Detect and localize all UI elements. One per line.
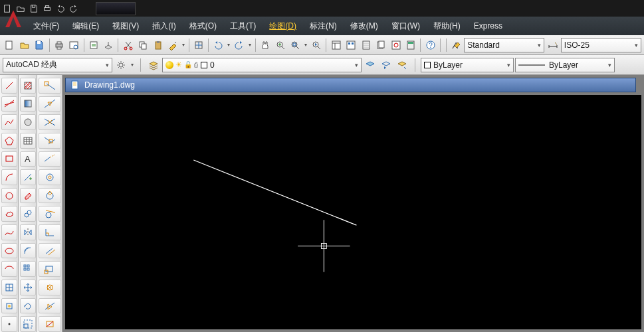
- copy-button[interactable]: [136, 38, 150, 52]
- menu-insert[interactable]: 插入(I): [146, 17, 182, 35]
- make-block-button[interactable]: [1, 298, 17, 314]
- rectangle-button[interactable]: [1, 151, 17, 167]
- app-logo[interactable]: [0, 5, 27, 34]
- layer-combo[interactable]: ☀ 🔓 ⎙ 0 ▾: [162, 58, 362, 72]
- drawing-canvas[interactable]: [65, 95, 641, 329]
- textstyle-button[interactable]: A: [449, 38, 463, 52]
- region-button[interactable]: [20, 114, 36, 130]
- array-button[interactable]: [20, 261, 36, 277]
- rotate-button[interactable]: [20, 298, 36, 314]
- paste-drop[interactable]: ▾: [181, 42, 185, 48]
- mirror-button[interactable]: [20, 224, 36, 240]
- plot-preview-button[interactable]: [67, 38, 81, 52]
- menu-dimension[interactable]: 标注(N): [303, 17, 344, 35]
- snap-midpoint-button[interactable]: [39, 96, 61, 112]
- zoom-realtime-button[interactable]: [273, 38, 287, 52]
- menu-help[interactable]: 帮助(H): [427, 17, 467, 35]
- paste-button[interactable]: [151, 38, 165, 52]
- snap-node-button[interactable]: [39, 280, 61, 295]
- copy-obj-button[interactable]: [20, 206, 36, 222]
- circle-button[interactable]: [1, 188, 17, 204]
- layer-iso-button[interactable]: [395, 58, 409, 72]
- erase-button[interactable]: [20, 188, 36, 204]
- snap-quadrant-button[interactable]: [39, 188, 61, 204]
- quickcalc-button[interactable]: [404, 38, 418, 52]
- line-button[interactable]: [1, 78, 17, 94]
- snap-parallel-button[interactable]: [39, 243, 61, 259]
- move-button[interactable]: [20, 280, 36, 295]
- snap-appint-button[interactable]: [39, 133, 61, 149]
- markup-button[interactable]: [389, 38, 403, 52]
- zoom-drop[interactable]: ▾: [304, 42, 308, 48]
- workspace-settings-button[interactable]: [114, 58, 128, 72]
- revcloud-button[interactable]: [1, 206, 17, 222]
- point-button[interactable]: [1, 316, 17, 332]
- hatch-button[interactable]: [20, 78, 36, 94]
- menu-file[interactable]: 文件(F): [27, 17, 66, 35]
- offset-button[interactable]: [20, 243, 36, 259]
- snap-nearest-button[interactable]: [39, 298, 61, 314]
- menu-edit[interactable]: 编辑(E): [66, 17, 106, 35]
- snap-extension-button[interactable]: [39, 151, 61, 167]
- layer-prev-button[interactable]: [379, 58, 393, 72]
- xline-button[interactable]: [1, 96, 17, 112]
- dimstyle-button[interactable]: [546, 38, 560, 52]
- workspace-drop[interactable]: ▾: [130, 62, 135, 68]
- snap-tangent-button[interactable]: [39, 206, 61, 222]
- gradient-button[interactable]: [20, 96, 36, 112]
- polygon-button[interactable]: [1, 133, 17, 149]
- help-button[interactable]: ?: [423, 38, 437, 52]
- menu-express[interactable]: Express: [467, 17, 509, 35]
- snap-none-button[interactable]: [39, 316, 61, 332]
- undo-drop[interactable]: ▾: [227, 42, 231, 48]
- tool-palette-button[interactable]: [359, 38, 373, 52]
- scale-button[interactable]: [20, 316, 36, 332]
- menu-format[interactable]: 格式(O): [183, 17, 223, 35]
- menu-draw[interactable]: 绘图(D): [263, 17, 303, 35]
- snap-insert-button[interactable]: [39, 261, 61, 277]
- spline-button[interactable]: [1, 224, 17, 240]
- mtext-button[interactable]: A: [20, 151, 36, 167]
- document-titlebar[interactable]: Drawing1.dwg: [65, 78, 636, 92]
- publish-button[interactable]: [86, 38, 100, 52]
- snap-perp-button[interactable]: [39, 224, 61, 240]
- linetype-combo[interactable]: ByLayer▾: [515, 58, 615, 72]
- undo-icon[interactable]: [56, 4, 65, 13]
- redo-button[interactable]: [233, 38, 247, 52]
- textstyle-combo[interactable]: Standard▾: [464, 38, 544, 52]
- table-button[interactable]: [20, 133, 36, 149]
- properties-button[interactable]: [329, 38, 343, 52]
- ellipse-button[interactable]: [1, 243, 17, 259]
- menu-window[interactable]: 窗口(W): [385, 17, 427, 35]
- snap-intersection-button[interactable]: [39, 114, 61, 130]
- open-button[interactable]: [18, 38, 32, 52]
- polyline-button[interactable]: [1, 114, 17, 130]
- snap-endpoint-button[interactable]: [39, 78, 61, 94]
- dimstyle-combo[interactable]: ISO-25▾: [561, 38, 641, 52]
- design-center-button[interactable]: [344, 38, 358, 52]
- ellipse-arc-button[interactable]: [1, 261, 17, 277]
- menu-modify[interactable]: 修改(M): [344, 17, 385, 35]
- print-button[interactable]: [52, 38, 66, 52]
- arc-button[interactable]: [1, 169, 17, 185]
- zoom-window-button[interactable]: [288, 38, 302, 52]
- pan-button[interactable]: [259, 38, 272, 52]
- insert-block-button[interactable]: [1, 280, 17, 295]
- save-button[interactable]: [33, 38, 47, 52]
- redo-drop[interactable]: ▾: [248, 42, 253, 48]
- undo-button[interactable]: [211, 38, 225, 52]
- snap-center-button[interactable]: [39, 169, 61, 185]
- sheet-set-button[interactable]: [374, 38, 388, 52]
- color-combo[interactable]: ByLayer▾: [421, 58, 514, 72]
- layer-state-button[interactable]: [363, 58, 377, 72]
- 3dprint-button[interactable]: [102, 38, 116, 52]
- menu-view[interactable]: 视图(V): [106, 17, 146, 35]
- layer-properties-button[interactable]: [146, 58, 161, 72]
- zoom-previous-button[interactable]: [310, 38, 324, 52]
- menu-tools[interactable]: 工具(T): [223, 17, 263, 35]
- workspace-combo[interactable]: AutoCAD 经典▾: [3, 58, 112, 72]
- print-icon[interactable]: [43, 4, 52, 13]
- cut-button[interactable]: [121, 38, 135, 52]
- redo-icon[interactable]: [69, 4, 78, 13]
- block-editor-button[interactable]: [192, 38, 206, 52]
